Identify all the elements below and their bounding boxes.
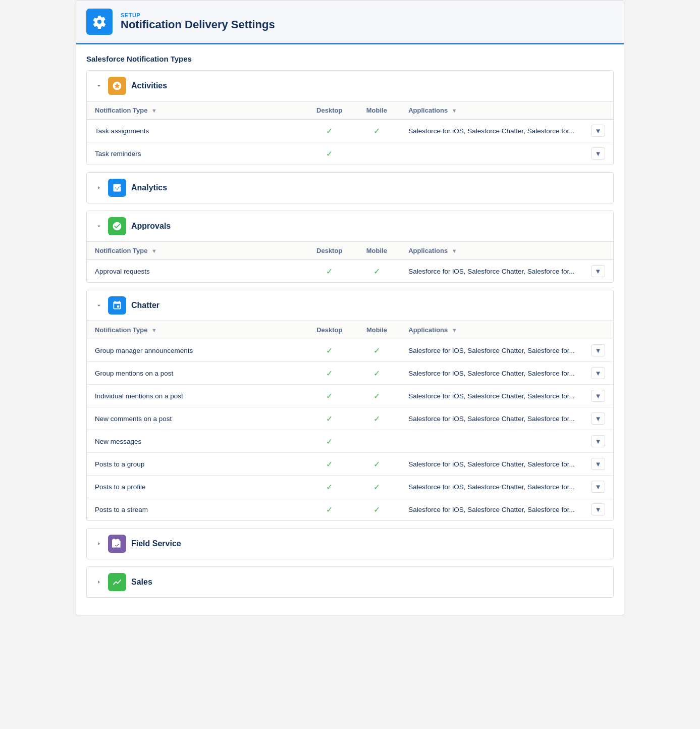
chatter-table-wrap: Notification Type ▼ Desktop Mobile Appli… xyxy=(87,321,613,520)
sort-icon-apps-chatter[interactable]: ▼ xyxy=(452,327,457,333)
row-apps: Salesforce for iOS, Salesforce Chatter, … xyxy=(400,362,583,385)
row-apps: Salesforce for iOS, Salesforce Chatter, … xyxy=(400,498,583,521)
header-icon-wrap xyxy=(86,9,113,35)
content-area: Salesforce Notification Types Activities xyxy=(76,44,624,615)
chevron-right-icon-analytics xyxy=(95,184,103,192)
row-desktop: ✓ xyxy=(306,498,353,521)
col-header-mobile-activities: Mobile xyxy=(353,101,401,120)
check-icon: ✓ xyxy=(326,414,333,423)
check-icon: ✓ xyxy=(326,127,333,135)
category-header-activities[interactable]: Activities xyxy=(87,71,613,101)
header-text-wrap: SETUP Notification Delivery Settings xyxy=(121,12,275,31)
chevron-right-icon-field-service xyxy=(95,540,103,548)
col-header-type-approvals: Notification Type ▼ xyxy=(87,242,306,260)
col-header-type-activities: Notification Type ▼ xyxy=(87,101,306,120)
table-row: Task reminders ✓ ▼ xyxy=(87,142,613,165)
row-dropdown-button[interactable]: ▼ xyxy=(591,458,605,470)
table-row: New messages ✓ ▼ xyxy=(87,430,613,453)
chevron-down-icon-approvals xyxy=(95,222,103,230)
check-icon: ✓ xyxy=(373,392,380,400)
row-desktop: ✓ xyxy=(306,120,353,142)
row-desktop: ✓ xyxy=(306,407,353,430)
sort-icon-type-approvals[interactable]: ▼ xyxy=(151,248,157,254)
check-icon: ✓ xyxy=(326,505,333,514)
row-mobile: ✓ xyxy=(353,476,401,498)
chevron-down-icon-activities xyxy=(95,82,103,90)
table-row: New comments on a post ✓ ✓ Salesforce fo… xyxy=(87,407,613,430)
col-header-desktop-chatter: Desktop xyxy=(306,321,353,339)
check-icon: ✓ xyxy=(326,437,333,446)
chatter-table: Notification Type ▼ Desktop Mobile Appli… xyxy=(87,321,613,520)
row-mobile xyxy=(353,430,401,453)
row-type: Posts to a profile xyxy=(87,476,306,498)
check-icon: ✓ xyxy=(373,267,380,276)
row-type: Group mentions on a post xyxy=(87,362,306,385)
col-header-action-activities xyxy=(583,101,613,120)
col-header-apps-chatter: Applications ▼ xyxy=(400,321,583,339)
row-action: ▼ xyxy=(583,142,613,165)
row-desktop: ✓ xyxy=(306,142,353,165)
approvals-icon-wrap xyxy=(108,217,126,235)
approvals-label: Approvals xyxy=(131,222,171,231)
row-type: Posts to a group xyxy=(87,453,306,476)
analytics-icon xyxy=(112,183,122,193)
row-dropdown-button[interactable]: ▼ xyxy=(591,367,605,379)
row-dropdown-button[interactable]: ▼ xyxy=(591,147,605,160)
row-dropdown-button[interactable]: ▼ xyxy=(591,412,605,425)
activities-table: Notification Type ▼ Desktop Mobile Appli… xyxy=(87,101,613,165)
table-row: Approval requests ✓ ✓ Salesforce for iOS… xyxy=(87,260,613,283)
category-header-approvals[interactable]: Approvals xyxy=(87,211,613,241)
col-header-desktop-approvals: Desktop xyxy=(306,242,353,260)
row-apps: Salesforce for iOS, Salesforce Chatter, … xyxy=(400,385,583,407)
activities-icon-wrap xyxy=(108,77,126,95)
row-desktop: ✓ xyxy=(306,362,353,385)
category-header-field-service[interactable]: Field Service xyxy=(87,529,613,559)
sort-icon-type-activities[interactable]: ▼ xyxy=(151,108,157,114)
chevron-down-icon-chatter xyxy=(95,301,103,309)
row-dropdown-button[interactable]: ▼ xyxy=(591,503,605,515)
category-header-chatter[interactable]: Chatter xyxy=(87,290,613,321)
row-dropdown-button[interactable]: ▼ xyxy=(591,390,605,402)
check-icon: ✓ xyxy=(373,346,380,355)
row-mobile xyxy=(353,142,401,165)
chatter-icon xyxy=(112,300,122,310)
row-action: ▼ xyxy=(583,430,613,453)
row-mobile: ✓ xyxy=(353,407,401,430)
check-icon: ✓ xyxy=(373,505,380,514)
field-service-icon-wrap xyxy=(108,535,126,553)
row-action: ▼ xyxy=(583,407,613,430)
approvals-icon xyxy=(112,221,122,231)
row-mobile: ✓ xyxy=(353,120,401,142)
row-apps: Salesforce for iOS, Salesforce Chatter, … xyxy=(400,120,583,142)
row-desktop: ✓ xyxy=(306,476,353,498)
category-header-sales[interactable]: Sales xyxy=(87,567,613,597)
approvals-table-wrap: Notification Type ▼ Desktop Mobile Appli… xyxy=(87,241,613,282)
approvals-table: Notification Type ▼ Desktop Mobile Appli… xyxy=(87,241,613,282)
row-apps: Salesforce for iOS, Salesforce Chatter, … xyxy=(400,476,583,498)
row-dropdown-button[interactable]: ▼ xyxy=(591,344,605,356)
chevron-right-icon-sales xyxy=(95,578,103,586)
chatter-label: Chatter xyxy=(131,301,159,310)
table-row: Group manager announcements ✓ ✓ Salesfor… xyxy=(87,339,613,362)
row-action: ▼ xyxy=(583,362,613,385)
row-desktop: ✓ xyxy=(306,385,353,407)
row-desktop: ✓ xyxy=(306,339,353,362)
row-dropdown-button[interactable]: ▼ xyxy=(591,125,605,137)
sort-icon-apps-approvals[interactable]: ▼ xyxy=(452,248,457,254)
row-apps: Salesforce for iOS, Salesforce Chatter, … xyxy=(400,453,583,476)
check-icon: ✓ xyxy=(373,127,380,135)
check-icon: ✓ xyxy=(326,267,333,276)
sort-icon-type-chatter[interactable]: ▼ xyxy=(151,327,157,333)
check-icon: ✓ xyxy=(373,369,380,378)
row-dropdown-button[interactable]: ▼ xyxy=(591,435,605,447)
analytics-label: Analytics xyxy=(131,183,167,192)
sort-icon-apps-activities[interactable]: ▼ xyxy=(452,108,457,114)
sales-label: Sales xyxy=(131,578,152,587)
page-title: Notification Delivery Settings xyxy=(121,18,275,31)
row-dropdown-button[interactable]: ▼ xyxy=(591,265,605,277)
row-type: Group manager announcements xyxy=(87,339,306,362)
row-dropdown-button[interactable]: ▼ xyxy=(591,481,605,493)
chatter-icon-wrap xyxy=(108,296,126,315)
row-action: ▼ xyxy=(583,120,613,142)
category-header-analytics[interactable]: Analytics xyxy=(87,173,613,203)
